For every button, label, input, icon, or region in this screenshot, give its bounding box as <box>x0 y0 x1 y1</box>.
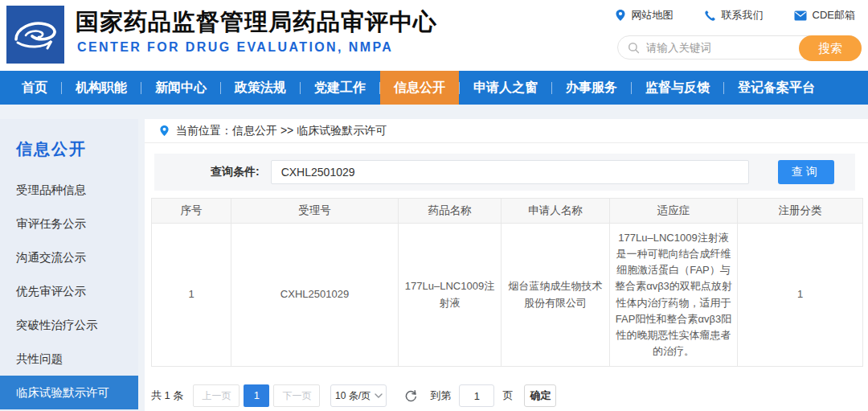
phone-icon <box>704 10 716 22</box>
refresh-icon <box>404 389 418 403</box>
nav-item-supervision-feedback[interactable]: 监督与反馈 <box>632 71 723 105</box>
nav-item-news[interactable]: 新闻中心 <box>141 71 220 105</box>
quick-links: 网站地图 联系我们 CDE邮箱 <box>615 8 855 23</box>
col-header-applicant: 申请人名称 <box>502 199 610 224</box>
mailbox-label: CDE邮箱 <box>813 8 855 23</box>
page-size-value: 10 条/页 <box>335 389 371 403</box>
cell-applicant: 烟台蓝纳成生物技术股份有限公司 <box>502 224 610 367</box>
sidebar-item-clinical-trial-implied-license[interactable]: 临床试验默示许可 <box>0 376 138 409</box>
mailbox-link[interactable]: CDE邮箱 <box>794 8 855 23</box>
sitemap-label: 网站地图 <box>632 8 674 23</box>
nav-item-information-disclosure[interactable]: 信息公开 <box>380 71 459 105</box>
query-label: 查询条件: <box>211 165 260 179</box>
pagination-total: 共 1 条 <box>151 388 183 403</box>
page-number-button[interactable]: 1 <box>244 384 269 407</box>
goto-page-label: 到第 <box>430 388 451 403</box>
refresh-button[interactable] <box>404 389 418 403</box>
search-button[interactable]: 搜索 <box>799 35 862 61</box>
page-unit-label: 页 <box>502 388 513 403</box>
sidebar-item-breakthrough-therapy[interactable]: 突破性治疗公示 <box>0 308 138 342</box>
col-header-index: 序号 <box>152 199 231 224</box>
col-header-indication: 适应症 <box>610 199 738 224</box>
sidebar-item-review-tasks[interactable]: 审评任务公示 <box>0 207 138 240</box>
main-nav: 首页 机构职能 新闻中心 政策法规 党建工作 信息公开 申请人之窗 办事服务 监… <box>0 71 868 105</box>
sidebar-item-priority-review[interactable]: 优先审评公示 <box>0 274 138 308</box>
nav-item-services[interactable]: 办事服务 <box>552 71 631 105</box>
site-subtitle: CENTER FOR DRUG EVALUATION, NMPA <box>77 40 393 55</box>
nav-item-policies[interactable]: 政策法规 <box>221 71 300 105</box>
sidebar-item-accepted-varieties[interactable]: 受理品种信息 <box>0 173 138 207</box>
cde-logo-swirl-icon <box>6 6 64 64</box>
sidebar: 信息公开 受理品种信息 审评任务公示 沟通交流公示 优先审评公示 突破性治疗公示… <box>0 119 138 411</box>
cell-indication: 177Lu–LNC1009注射液是一种可靶向结合成纤维细胞激活蛋白（FAP）与整… <box>610 224 738 367</box>
cell-index: 1 <box>152 224 231 367</box>
col-header-registration-class: 注册分类 <box>738 199 863 224</box>
nav-item-home[interactable]: 首页 <box>8 71 61 105</box>
contact-label: 联系我们 <box>722 8 764 23</box>
sitemap-link[interactable]: 网站地图 <box>615 8 674 23</box>
page-size-select[interactable]: 10 条/页 <box>330 384 387 407</box>
cell-registration-class: 1 <box>738 224 863 367</box>
contact-link[interactable]: 联系我们 <box>704 8 764 23</box>
nav-item-party-building[interactable]: 党建工作 <box>301 71 379 105</box>
next-page-button[interactable]: 下一页 <box>273 384 320 407</box>
mail-icon <box>794 10 807 21</box>
breadcrumb: 当前位置：信息公开 >> 临床试验默示许可 <box>145 119 868 143</box>
col-header-drug-name: 药品名称 <box>399 199 502 224</box>
nav-item-applicant-window[interactable]: 申请人之窗 <box>460 71 551 105</box>
cell-drug-name: 177Lu–LNC1009注射液 <box>399 224 502 367</box>
breadcrumb-text: 当前位置：信息公开 >> 临床试验默示许可 <box>176 124 387 138</box>
query-input[interactable] <box>271 160 749 184</box>
sidebar-item-common-issues[interactable]: 共性问题 <box>0 342 138 376</box>
table-header-row: 序号 受理号 药品名称 申请人名称 适应症 注册分类 <box>152 199 863 224</box>
results-table: 序号 受理号 药品名称 申请人名称 适应症 注册分类 1 CXHL2501029… <box>151 198 863 367</box>
nav-item-registration-platform[interactable]: 登记备案平台 <box>724 71 829 105</box>
prev-page-button[interactable]: 上一页 <box>193 384 240 407</box>
search-bar: 搜索 <box>617 35 862 60</box>
goto-page-input[interactable] <box>459 384 494 407</box>
query-button[interactable]: 查询 <box>778 160 834 184</box>
header: 国家药品监督管理局药品审评中心 CENTER FOR DRUG EVALUATI… <box>0 0 868 71</box>
table-row: 1 CXHL2501029 177Lu–LNC1009注射液 烟台蓝纳成生物技术… <box>152 224 863 367</box>
search-icon <box>628 42 640 54</box>
sidebar-item-communication[interactable]: 沟通交流公示 <box>0 240 138 274</box>
cde-logo[interactable] <box>6 6 64 64</box>
main-content: 当前位置：信息公开 >> 临床试验默示许可 查询条件: 查询 序号 受理号 药品… <box>145 119 868 411</box>
chevron-down-icon <box>375 393 383 398</box>
col-header-acceptance-number: 受理号 <box>231 199 399 224</box>
sidebar-title: 信息公开 <box>16 138 138 160</box>
nav-item-functions[interactable]: 机构职能 <box>62 71 141 105</box>
pagination: 共 1 条 上一页 1 下一页 10 条/页 到第 页 确定 <box>151 384 868 407</box>
location-pin-icon <box>159 125 170 137</box>
cell-acceptance-number: CXHL2501029 <box>231 224 399 367</box>
query-panel: 查询条件: 查询 <box>154 154 855 191</box>
site-title: 国家药品监督管理局药品审评中心 <box>76 6 437 39</box>
confirm-button[interactable]: 确定 <box>524 384 556 407</box>
location-pin-icon <box>615 9 626 22</box>
